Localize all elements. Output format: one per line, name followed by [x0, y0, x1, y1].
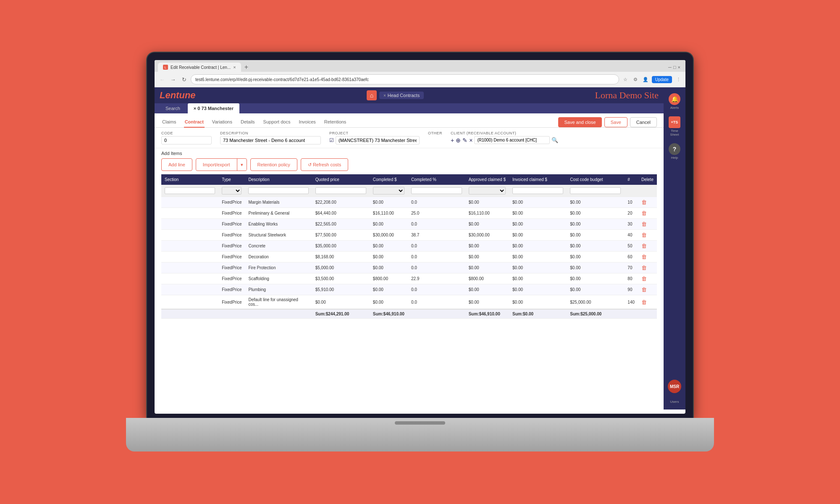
reload-btn[interactable]: ↻: [180, 75, 188, 84]
delete-row-icon[interactable]: 🗑: [641, 276, 647, 282]
tab-close-btn[interactable]: ×: [233, 65, 236, 70]
back-btn[interactable]: ←: [158, 75, 166, 84]
cell-cost-budget: $0.00: [567, 262, 624, 273]
table-row: FixedPrice Enabling Works $22,565.00 $0.…: [161, 219, 657, 230]
project-checkbox-icon[interactable]: ☑: [329, 137, 334, 143]
address-bar[interactable]: test6.lentune.com/erp/#/edit-pj-receivab…: [191, 74, 619, 84]
cell-num: 10: [624, 197, 638, 208]
timesheet-button[interactable]: +TS Time Sheet: [665, 114, 684, 139]
client-action-icons: + ⊕ ✎ ×: [451, 137, 472, 144]
breadcrumb-close-icon[interactable]: ×: [383, 93, 386, 98]
filter-cost-budget[interactable]: [570, 187, 621, 194]
filter-completed-dollar[interactable]: [373, 187, 404, 194]
client-add-icon[interactable]: +: [451, 137, 454, 144]
delete-row-icon[interactable]: 🗑: [641, 299, 647, 305]
alerts-button[interactable]: 🔔 Alerts: [665, 91, 684, 112]
filter-approved-claimed[interactable]: [469, 187, 506, 194]
filter-section[interactable]: [165, 187, 215, 194]
retention-policy-button[interactable]: Retention policy: [250, 158, 297, 171]
browser-close[interactable]: ×: [678, 65, 680, 70]
cell-quoted-price: $22,565.00: [312, 219, 370, 230]
import-export-dropdown[interactable]: ▾: [237, 160, 247, 170]
col-quoted-price: Quoted price: [312, 174, 370, 185]
sum-completed-dollar: Sum:$46,910.00: [370, 309, 408, 319]
col-completed-dollar: Completed $: [370, 174, 408, 185]
delete-row-icon[interactable]: 🗑: [641, 199, 647, 205]
cell-completed-dollar: $0.00: [370, 197, 408, 208]
sum-cost-budget: Sum:$25,000.00: [567, 309, 624, 319]
delete-row-icon[interactable]: 🗑: [641, 265, 647, 271]
new-tab-btn[interactable]: +: [242, 63, 251, 71]
filter-invoiced-claimed[interactable]: [512, 187, 563, 194]
cell-cost-budget: $0.00: [567, 230, 624, 241]
tab-invoices[interactable]: Invoices: [298, 117, 316, 128]
cancel-button[interactable]: Cancel: [630, 117, 657, 127]
page-content: Claims Contract Variations Details: [155, 113, 664, 410]
client-link-icon[interactable]: ⊕: [456, 137, 461, 144]
bookmark-icon[interactable]: ☆: [622, 76, 629, 83]
delete-row-icon[interactable]: 🗑: [641, 254, 647, 260]
filter-description[interactable]: [248, 187, 308, 194]
help-button[interactable]: ? Help: [665, 141, 684, 162]
description-input[interactable]: [220, 136, 321, 144]
update-button[interactable]: Update: [652, 76, 672, 83]
head-contracts-breadcrumb[interactable]: × Head Contracts: [379, 92, 424, 99]
cell-completed-dollar: $0.00: [370, 284, 408, 295]
tab-title: Edit Receivable Contract | Len...: [171, 65, 231, 70]
client-clear-icon[interactable]: ×: [469, 137, 472, 144]
delete-row-icon[interactable]: 🗑: [641, 221, 647, 227]
cell-approved-claimed: $800.00: [465, 273, 509, 284]
search-tab[interactable]: Search: [160, 103, 186, 113]
tab-retentions[interactable]: Retentions: [323, 117, 347, 128]
filter-type[interactable]: [222, 187, 242, 194]
client-edit-icon[interactable]: ✎: [462, 137, 467, 144]
table-row: FixedPrice Scaffolding $3,500.00 $800.00…: [161, 273, 657, 284]
filter-completed-pct[interactable]: [411, 187, 462, 194]
filter-quoted-price[interactable]: [315, 187, 366, 194]
delete-row-icon[interactable]: 🗑: [641, 243, 647, 249]
tab-details[interactable]: Details: [240, 117, 256, 128]
home-button[interactable]: ⌂: [367, 90, 377, 100]
delete-row-icon[interactable]: 🗑: [641, 210, 647, 216]
code-label: Code: [161, 131, 212, 135]
browser-tab-active[interactable]: L Edit Receivable Contract | Len... ×: [158, 63, 241, 72]
browser-maximize[interactable]: □: [673, 65, 676, 70]
cell-invoiced-claimed: $0.00: [509, 252, 567, 262]
project-input[interactable]: [336, 136, 420, 144]
menu-icon[interactable]: ⋮: [675, 76, 682, 83]
col-description: Description: [245, 174, 312, 185]
tab-variations[interactable]: Variations: [211, 117, 233, 128]
cell-num: 60: [624, 252, 638, 262]
contract-tabs: Claims Contract Variations Details: [155, 113, 664, 128]
tab-support-docs[interactable]: Support docs: [262, 117, 291, 128]
client-search-icon[interactable]: 🔍: [551, 137, 558, 143]
cell-num: 20: [624, 208, 638, 219]
manchester-tab[interactable]: × 0 73 Manchester: [188, 103, 239, 113]
user-avatar[interactable]: MSR: [668, 380, 681, 393]
table-header-row: Section Type Description Quoted price Co…: [161, 174, 657, 185]
client-input[interactable]: [474, 136, 550, 144]
code-input[interactable]: [161, 136, 212, 144]
cell-invoiced-claimed: $0.00: [509, 262, 567, 273]
action-buttons-row: Add line Import/export ▾ Retention polic…: [161, 158, 657, 171]
forward-btn[interactable]: →: [169, 75, 177, 84]
other-label: Other: [428, 131, 442, 135]
extensions-icon[interactable]: ⚙: [632, 76, 639, 83]
cell-completed-dollar: $30,000.00: [370, 230, 408, 241]
users-button[interactable]: Users: [665, 396, 684, 406]
save-close-button[interactable]: Save and close: [558, 117, 601, 127]
save-button[interactable]: Save: [604, 117, 627, 127]
refresh-costs-button[interactable]: ↺ Refresh costs: [301, 158, 348, 171]
profile-icon[interactable]: 👤: [642, 76, 649, 83]
delete-row-icon[interactable]: 🗑: [641, 232, 647, 238]
help-icon: ?: [669, 143, 680, 155]
tab-claims[interactable]: Claims: [161, 117, 177, 128]
browser-minimize[interactable]: ─: [668, 65, 672, 70]
import-export-button[interactable]: Import/export: [196, 160, 237, 170]
add-line-button[interactable]: Add line: [161, 158, 192, 171]
users-label: Users: [670, 400, 679, 404]
delete-row-icon[interactable]: 🗑: [641, 286, 647, 293]
tab-contract[interactable]: Contract: [184, 117, 205, 128]
cell-invoiced-claimed: $0.00: [509, 230, 567, 241]
cell-num: 40: [624, 230, 638, 241]
